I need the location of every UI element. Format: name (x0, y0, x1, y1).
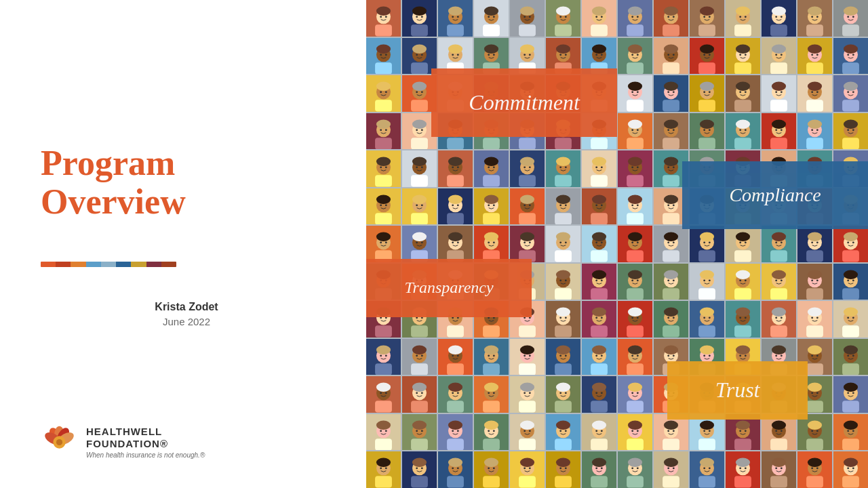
svg-point-870 (493, 392, 495, 394)
svg-rect-632 (591, 288, 608, 300)
svg-point-209 (559, 91, 561, 93)
avatar-cell (474, 38, 509, 75)
svg-rect-500 (806, 213, 823, 224)
svg-point-346 (376, 157, 391, 166)
svg-rect-140 (663, 62, 679, 74)
svg-point-538 (520, 232, 534, 241)
svg-rect-950 (483, 439, 500, 450)
svg-point-1091 (811, 468, 813, 470)
avatar-cell (366, 38, 401, 75)
svg-rect-476 (663, 213, 679, 224)
svg-rect-266 (411, 138, 428, 149)
svg-point-676 (844, 270, 858, 279)
svg-rect-956 (519, 439, 536, 450)
svg-rect-428 (375, 213, 392, 224)
svg-point-59 (667, 16, 669, 18)
avatar-cell (402, 188, 437, 225)
svg-point-810 (637, 354, 639, 357)
svg-point-779 (452, 354, 454, 357)
svg-point-36 (529, 16, 531, 18)
svg-rect-692 (447, 326, 464, 338)
svg-point-665 (775, 279, 777, 281)
svg-point-719 (595, 317, 597, 319)
svg-rect-248 (806, 100, 823, 111)
avatar-cell (438, 301, 473, 338)
svg-point-851 (380, 392, 382, 394)
avatar-cell (833, 451, 868, 488)
svg-rect-470 (627, 213, 644, 224)
avatar-cell (366, 301, 401, 338)
svg-point-162 (781, 54, 783, 56)
svg-point-388 (628, 157, 642, 166)
svg-point-424 (844, 157, 858, 166)
svg-rect-686 (411, 326, 428, 338)
avatar-cell (690, 113, 724, 150)
svg-point-726 (637, 317, 639, 319)
svg-point-252 (816, 91, 818, 93)
svg-point-66 (709, 16, 711, 18)
avatar-cell (797, 451, 832, 488)
svg-point-264 (385, 129, 387, 131)
svg-rect-932 (375, 439, 392, 450)
avatar-cell (797, 38, 832, 75)
avatar-cell (833, 188, 868, 225)
svg-rect-200 (519, 100, 536, 111)
svg-point-94 (376, 44, 391, 53)
svg-rect-866 (483, 401, 500, 413)
svg-point-460 (556, 195, 570, 203)
svg-rect-98 (411, 62, 428, 74)
svg-point-946 (448, 420, 462, 429)
svg-point-251 (811, 91, 813, 93)
avatar-cell (582, 188, 616, 225)
svg-rect-560 (663, 251, 679, 262)
svg-point-942 (421, 430, 423, 432)
avatar-cell (366, 150, 401, 187)
svg-point-954 (493, 430, 495, 432)
svg-point-910 (736, 383, 750, 392)
avatar-cell (833, 226, 868, 262)
svg-point-1084 (772, 458, 786, 467)
avatar-cell (546, 113, 580, 150)
svg-point-1056 (601, 468, 603, 470)
svg-point-911 (739, 392, 741, 394)
svg-point-479 (667, 204, 669, 206)
svg-point-149 (703, 54, 705, 56)
svg-point-120 (529, 54, 531, 56)
svg-rect-1004 (806, 439, 823, 450)
svg-point-88 (844, 7, 858, 16)
svg-rect-710 (555, 326, 572, 338)
svg-point-276 (457, 129, 459, 131)
svg-point-306 (637, 129, 639, 131)
svg-point-527 (452, 242, 454, 244)
svg-rect-620 (519, 288, 536, 300)
svg-rect-644 (663, 288, 679, 300)
svg-point-24 (457, 16, 459, 18)
avatar-cell (402, 301, 437, 338)
svg-point-930 (852, 392, 854, 394)
svg-point-984 (673, 430, 675, 432)
svg-rect-260 (375, 138, 392, 149)
svg-point-628 (556, 270, 570, 279)
svg-point-131 (595, 54, 597, 56)
avatar-cell (654, 150, 688, 187)
svg-point-738 (709, 317, 711, 319)
avatar-cell (762, 226, 796, 262)
svg-point-970 (592, 420, 606, 429)
svg-point-929 (847, 392, 849, 394)
svg-point-569 (703, 242, 705, 244)
svg-rect-566 (698, 251, 715, 262)
svg-point-540 (529, 242, 531, 244)
svg-rect-176 (375, 100, 392, 111)
svg-point-809 (631, 354, 633, 357)
svg-point-396 (673, 167, 675, 169)
avatar-cell (690, 339, 724, 375)
svg-rect-518 (411, 251, 428, 262)
avatar-cell (582, 451, 616, 488)
avatar-cell (438, 339, 473, 375)
svg-rect-614 (483, 288, 500, 300)
svg-point-444 (457, 204, 459, 206)
svg-rect-602 (411, 288, 428, 300)
svg-point-592 (844, 232, 858, 241)
svg-rect-974 (627, 439, 644, 450)
svg-point-971 (595, 430, 597, 432)
